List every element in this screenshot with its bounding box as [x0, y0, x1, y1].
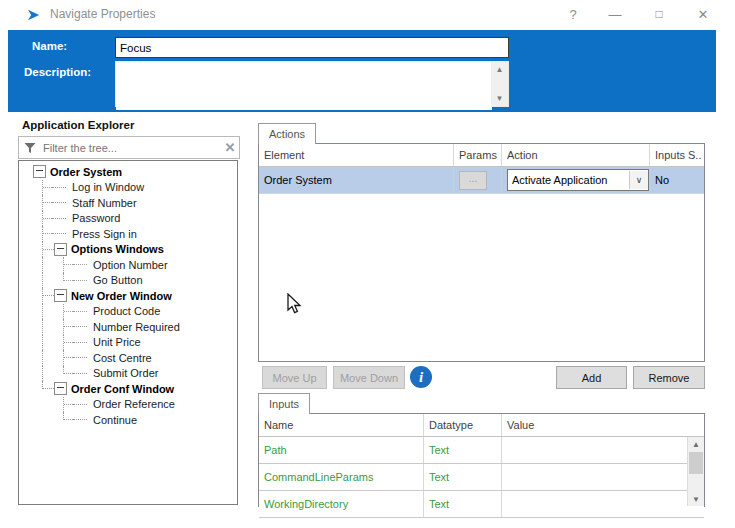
inputs-row-path[interactable]: PathText	[259, 437, 704, 464]
tree-item-product-code[interactable]: Product Code	[19, 304, 237, 320]
filter-tree-input[interactable]	[41, 141, 221, 155]
tree-connector	[33, 319, 54, 335]
application-explorer-title: Application Explorer	[22, 119, 134, 131]
scrollbar-thumb[interactable]	[689, 452, 703, 474]
tree-item-new-order-window[interactable]: New Order Window	[19, 288, 237, 304]
tree-item-press-sign-in[interactable]: Press Sign in	[19, 226, 237, 242]
tree-collapse-icon[interactable]	[33, 165, 46, 178]
tree-item-label: Continue	[93, 414, 137, 426]
window-title: Navigate Properties	[50, 7, 155, 21]
maximize-button[interactable]: □	[646, 3, 672, 25]
title-bar: Navigate Properties ? — □ ✕	[0, 0, 735, 28]
tree-item-label: Unit Price	[93, 336, 141, 348]
tree-leaf-connector	[75, 412, 89, 428]
close-button[interactable]: ✕	[690, 3, 716, 25]
tab-inputs[interactable]: Inputs	[258, 393, 310, 414]
tree-connector	[54, 412, 75, 428]
tree-connector	[54, 366, 75, 382]
action-inputs-set-cell: No	[649, 167, 704, 193]
remove-button[interactable]: Remove	[633, 366, 705, 389]
tree-item-option-number[interactable]: Option Number	[19, 257, 237, 273]
tree-item-go-button[interactable]: Go Button	[19, 273, 237, 289]
tree-item-log-in-window[interactable]: Log in Window	[19, 180, 237, 196]
column-header-name[interactable]: Name	[259, 414, 423, 436]
tree-connector	[33, 195, 54, 211]
column-header-params[interactable]: Params	[453, 144, 501, 166]
tree-item-order-system[interactable]: Order System	[19, 164, 237, 180]
tree-item-label: Option Number	[93, 259, 168, 271]
tree-leaf-connector	[75, 366, 89, 382]
tree-collapse-icon[interactable]	[54, 243, 67, 256]
chevron-down-icon[interactable]: ∨	[629, 171, 648, 189]
column-header-datatype[interactable]: Datatype	[423, 414, 501, 436]
description-field-wrap: ▲ ▼	[115, 61, 509, 107]
scroll-up-icon[interactable]: ▲	[688, 437, 704, 451]
move-down-button[interactable]: Move Down	[333, 366, 405, 389]
tree-leaf-connector	[75, 397, 89, 413]
tree-connector	[33, 273, 54, 289]
column-header-inputs-set[interactable]: Inputs S..	[649, 144, 704, 166]
tab-actions[interactable]: Actions	[258, 123, 316, 144]
tree-connector	[33, 412, 54, 428]
tree-leaf-connector	[75, 350, 89, 366]
tree-item-label: Options Windows	[71, 243, 164, 255]
tree-item-unit-price[interactable]: Unit Price	[19, 335, 237, 351]
input-value-cell	[501, 491, 704, 517]
tree-item-staff-number[interactable]: Staff Number	[19, 195, 237, 211]
description-textarea[interactable]	[116, 62, 492, 110]
tree-collapse-icon[interactable]	[54, 289, 67, 302]
tree-item-label: Order Conf Window	[71, 383, 174, 395]
action-params-cell: ...	[453, 167, 501, 193]
scroll-up-icon[interactable]: ▲	[491, 63, 508, 76]
tree-collapse-icon[interactable]	[54, 382, 67, 395]
tree-item-label: Password	[72, 212, 120, 224]
tree-filter-box: ✕	[18, 136, 240, 159]
description-scrollbar[interactable]: ▲ ▼	[491, 62, 508, 106]
tree-item-continue[interactable]: Continue	[19, 412, 237, 428]
column-header-element[interactable]: Element	[259, 144, 453, 166]
scroll-down-icon[interactable]: ▼	[491, 92, 508, 105]
help-button[interactable]: ?	[560, 3, 586, 25]
move-up-button[interactable]: Move Up	[262, 366, 327, 389]
column-header-value[interactable]: Value	[501, 414, 704, 436]
minimize-button[interactable]: —	[602, 3, 628, 25]
tree-item-number-required[interactable]: Number Required	[19, 319, 237, 335]
tree-item-label: Staff Number	[72, 197, 137, 209]
filter-funnel-icon	[24, 142, 36, 154]
tree-connector	[33, 257, 54, 273]
action-dropdown[interactable]: Activate Application ∨	[507, 169, 649, 191]
tree-item-label: Order System	[50, 166, 122, 178]
tree-item-options-windows[interactable]: Options Windows	[19, 242, 237, 258]
tree-connector	[33, 335, 54, 351]
inputs-row-workingdirectory[interactable]: WorkingDirectoryText	[259, 491, 704, 518]
description-label: Description:	[24, 66, 91, 78]
tree-item-order-reference[interactable]: Order Reference	[19, 397, 237, 413]
info-icon[interactable]: i	[410, 366, 432, 388]
actions-table: Element Params Action Inputs S.. Order S…	[258, 143, 705, 362]
tree-item-cost-centre[interactable]: Cost Centre	[19, 350, 237, 366]
tree-connector	[33, 381, 54, 397]
input-name-cell: CommandLineParams	[259, 464, 423, 490]
inputs-scrollbar[interactable]: ▲ ▼	[687, 437, 704, 506]
tree-leaf-connector	[75, 257, 89, 273]
tree-connector	[54, 335, 75, 351]
name-input[interactable]	[115, 37, 509, 58]
tree-leaf-connector	[54, 211, 68, 227]
tree-connector	[33, 180, 54, 196]
column-header-action[interactable]: Action	[501, 144, 649, 166]
tree-item-password[interactable]: Password	[19, 211, 237, 227]
tree-connector	[54, 257, 75, 273]
scroll-down-icon[interactable]: ▼	[688, 492, 704, 506]
filter-clear-icon[interactable]: ✕	[221, 140, 239, 155]
tree-item-submit-order[interactable]: Submit Order	[19, 366, 237, 382]
tree-item-order-conf-window[interactable]: Order Conf Window	[19, 381, 237, 397]
tree-connector	[54, 350, 75, 366]
tree-leaf-connector	[75, 273, 89, 289]
add-button[interactable]: Add	[556, 366, 627, 389]
application-explorer-tree: Order SystemLog in WindowStaff NumberPas…	[18, 160, 238, 505]
tree-leaf-connector	[75, 304, 89, 320]
navigate-properties-dialog: Navigate Properties ? — □ ✕ Name: Descri…	[0, 0, 735, 528]
params-ellipsis-button[interactable]: ...	[459, 171, 487, 190]
actions-row-selected[interactable]: Order System ... Activate Application ∨ …	[259, 167, 704, 194]
inputs-row-commandlineparams[interactable]: CommandLineParamsText	[259, 464, 704, 491]
